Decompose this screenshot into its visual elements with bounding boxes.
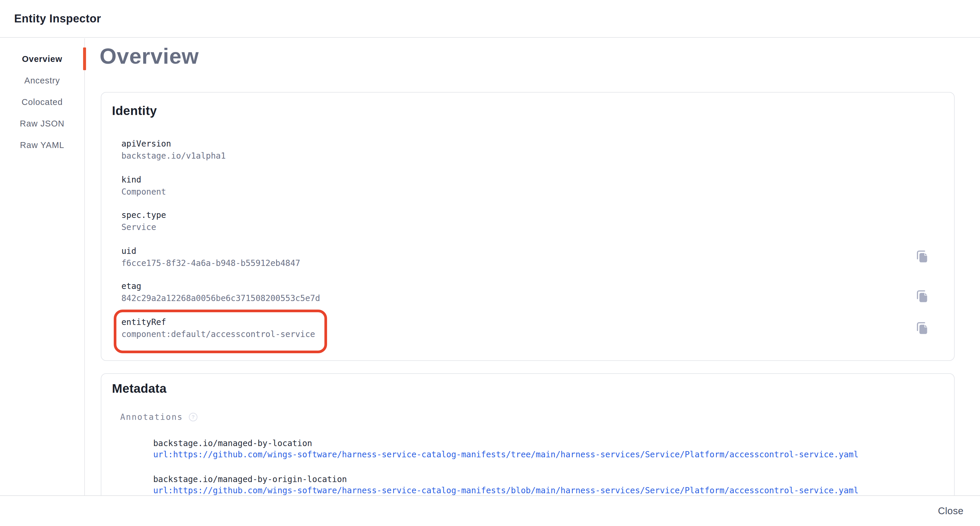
copy-etag-button[interactable]	[914, 288, 929, 303]
sidebar-item-raw-json[interactable]: Raw JSON	[0, 113, 84, 134]
field-value: 842c29a2a12268a0056be6c371508200553c5e7d	[121, 294, 320, 303]
help-icon[interactable]: ?	[189, 413, 197, 421]
field-value: backstage.io/v1alpha1	[121, 151, 226, 161]
sidebar-list: Overview Ancestry Colocated Raw JSON Raw…	[0, 38, 84, 156]
copy-entityref-button[interactable]	[914, 320, 929, 335]
annotation-key: backstage.io/managed-by-origin-location	[153, 475, 859, 484]
sidebar-item-colocated[interactable]: Colocated	[0, 91, 84, 113]
dialog-title: Entity Inspector	[14, 0, 101, 37]
sidebar-item-raw-yaml[interactable]: Raw YAML	[0, 134, 84, 156]
copy-icon	[915, 249, 929, 263]
field-label: uid	[121, 247, 300, 256]
sidebar-item-overview[interactable]: Overview	[0, 48, 84, 70]
annotation-managed-by-location: backstage.io/managed-by-location url:htt…	[153, 439, 859, 459]
field-label: etag	[121, 282, 320, 291]
dialog-header: Entity Inspector	[0, 0, 980, 38]
field-kind: kind Component	[121, 175, 166, 197]
inspector-sidebar: Overview Ancestry Colocated Raw JSON Raw…	[0, 38, 85, 495]
annotation-link[interactable]: url:https://github.com/wings-software/ha…	[153, 450, 859, 459]
copy-uid-button[interactable]	[914, 248, 929, 264]
metadata-card-title: Metadata	[112, 381, 167, 396]
annotations-header: Annotations ?	[120, 412, 197, 422]
field-label: apiVersion	[121, 139, 226, 148]
field-value: Component	[121, 187, 166, 197]
sidebar-item-ancestry[interactable]: Ancestry	[0, 70, 84, 91]
dialog-footer: Close	[0, 495, 980, 526]
active-tab-indicator	[83, 48, 86, 70]
inspector-content: Overview Identity apiVersion backstage.i…	[86, 38, 980, 495]
field-etag: etag 842c29a2a12268a0056be6c371508200553…	[121, 282, 320, 303]
page-title: Overview	[100, 44, 199, 69]
metadata-card: Metadata Annotations ? backstage.io/mana…	[101, 373, 955, 495]
annotations-label: Annotations	[120, 412, 183, 422]
field-label: entityRef	[121, 317, 315, 327]
copy-icon	[915, 320, 929, 335]
field-label: kind	[121, 175, 166, 185]
field-uid: uid f6cce175-8f32-4a6a-b948-b55912eb4847	[121, 247, 300, 268]
close-button[interactable]: Close	[931, 501, 970, 521]
field-value: component:default/accesscontrol-service	[121, 330, 315, 339]
identity-card: Identity apiVersion backstage.io/v1alpha…	[101, 92, 955, 361]
field-spec-type: spec.type Service	[121, 210, 166, 232]
annotation-managed-by-origin-location: backstage.io/managed-by-origin-location …	[153, 475, 859, 495]
field-value: f6cce175-8f32-4a6a-b948-b55912eb4847	[121, 258, 300, 268]
field-entityref: entityRef component:default/accesscontro…	[121, 317, 315, 339]
copy-icon	[915, 289, 929, 303]
annotation-key: backstage.io/managed-by-location	[153, 439, 859, 448]
identity-card-title: Identity	[112, 104, 157, 118]
field-value: Service	[121, 223, 166, 232]
field-apiversion: apiVersion backstage.io/v1alpha1	[121, 139, 226, 161]
annotation-link[interactable]: url:https://github.com/wings-software/ha…	[153, 486, 859, 495]
field-label: spec.type	[121, 210, 166, 220]
